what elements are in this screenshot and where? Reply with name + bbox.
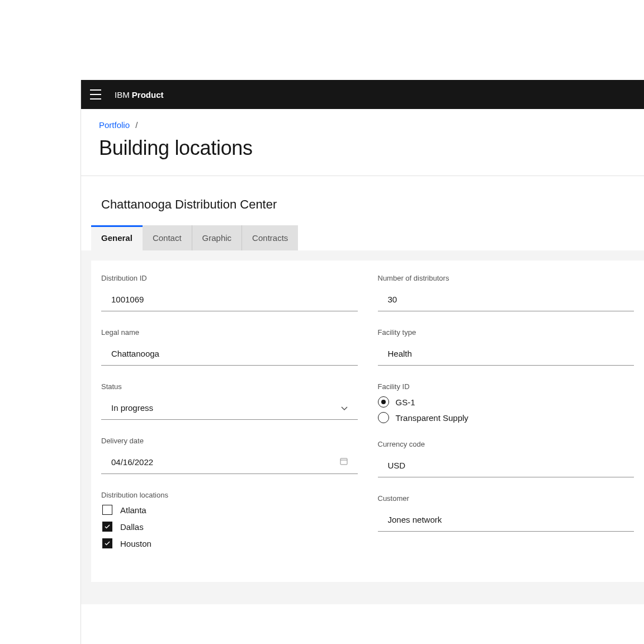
brand: IBM Product: [115, 90, 164, 100]
checkbox-label: Dallas: [120, 522, 144, 532]
checkbox-dallas[interactable]: Dallas: [102, 522, 358, 532]
checkbox-icon: [102, 538, 112, 548]
breadcrumb-link-portfolio[interactable]: Portfolio: [99, 120, 130, 130]
tabs: General Contact Graphic Contracts: [81, 225, 644, 250]
section-title: Chattanooga Distribution Center: [81, 176, 644, 225]
checkbox-icon: [102, 505, 112, 515]
facility-type-input[interactable]: [378, 342, 634, 366]
tab-contact[interactable]: Contact: [143, 225, 192, 250]
field-facility-id: Facility ID GS-1 Transparent Supply: [378, 382, 634, 423]
tab-graphic[interactable]: Graphic: [192, 225, 243, 250]
form-col-left: Distribution ID Legal name Status: [101, 274, 358, 565]
currency-code-input[interactable]: [378, 454, 634, 477]
field-distribution-locations: Distribution locations Atlanta: [101, 491, 358, 548]
customer-label: Customer: [378, 494, 634, 503]
brand-prefix: IBM: [115, 90, 130, 100]
distribution-locations-group: Atlanta Dallas: [101, 505, 358, 548]
field-delivery-date: Delivery date: [101, 437, 358, 474]
field-facility-type: Facility type: [378, 328, 634, 366]
breadcrumb-separator: /: [135, 120, 138, 130]
global-header: IBM Product: [81, 80, 644, 109]
legal-name-input[interactable]: [101, 342, 358, 366]
num-distributors-label: Number of distributors: [378, 274, 634, 282]
legal-name-label: Legal name: [101, 328, 358, 337]
app-shell: IBM Product Portfolio / Building locatio…: [80, 80, 644, 644]
field-status: Status: [101, 382, 358, 420]
checkbox-houston[interactable]: Houston: [102, 538, 358, 548]
tab-contracts[interactable]: Contracts: [242, 225, 298, 250]
facility-id-group: GS-1 Transparent Supply: [378, 396, 634, 423]
field-customer: Customer: [378, 494, 634, 532]
radio-label: Transparent Supply: [396, 413, 468, 423]
form-columns: Distribution ID Legal name Status: [101, 274, 634, 565]
facility-type-label: Facility type: [378, 328, 634, 337]
menu-icon[interactable]: [90, 89, 101, 100]
distribution-locations-label: Distribution locations: [101, 491, 358, 499]
distribution-id-input[interactable]: [101, 288, 358, 311]
field-currency-code: Currency code: [378, 440, 634, 477]
checkbox-atlanta[interactable]: Atlanta: [102, 505, 358, 515]
tab-general[interactable]: General: [91, 225, 143, 250]
field-legal-name: Legal name: [101, 328, 358, 366]
form-col-right: Number of distributors Facility type Fac…: [378, 274, 634, 565]
form-area: Distribution ID Legal name Status: [91, 261, 644, 582]
num-distributors-input[interactable]: [378, 288, 634, 311]
radio-icon: [378, 396, 389, 408]
facility-id-label: Facility ID: [378, 382, 634, 391]
checkbox-icon: [102, 522, 112, 532]
radio-gs-1[interactable]: GS-1: [378, 396, 634, 408]
checkbox-label: Atlanta: [120, 505, 146, 515]
currency-code-label: Currency code: [378, 440, 634, 448]
brand-product: Product: [132, 90, 164, 100]
delivery-date-label: Delivery date: [101, 437, 358, 445]
tab-panel: Distribution ID Legal name Status: [81, 250, 644, 604]
page-title: Building locations: [99, 136, 626, 160]
radio-icon: [378, 412, 389, 423]
radio-label: GS-1: [396, 397, 415, 407]
customer-input[interactable]: [378, 508, 634, 532]
page-header: Portfolio / Building locations: [81, 109, 644, 176]
radio-transparent-supply[interactable]: Transparent Supply: [378, 412, 634, 423]
status-select[interactable]: [101, 396, 358, 420]
status-label: Status: [101, 382, 358, 391]
field-num-distributors: Number of distributors: [378, 274, 634, 311]
delivery-date-input[interactable]: [101, 451, 358, 474]
distribution-id-label: Distribution ID: [101, 274, 358, 282]
content: Chattanooga Distribution Center General …: [81, 176, 644, 604]
breadcrumb: Portfolio /: [99, 120, 626, 130]
field-distribution-id: Distribution ID: [101, 274, 358, 311]
checkbox-label: Houston: [120, 539, 151, 548]
